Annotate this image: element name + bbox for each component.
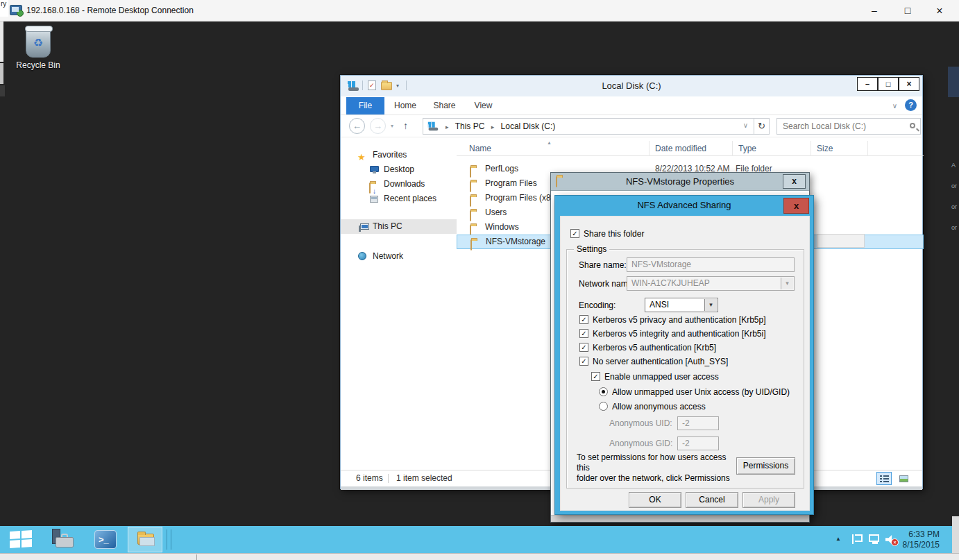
sidebar-label: Favorites: [373, 148, 407, 162]
explorer-close-button[interactable]: ×: [899, 77, 919, 91]
show-hidden-icons-chevron[interactable]: ▲: [835, 536, 841, 542]
sidebar-item-desktop[interactable]: Desktop: [341, 162, 457, 177]
taskbar-separator: [167, 529, 167, 550]
allow-unix-access-label: Allow unmapped user Unix access (by UID/…: [612, 387, 790, 397]
fragment-text: or: [951, 203, 957, 210]
explorer-titlebar[interactable]: ▾ Local Disk (C:) – □ ×: [341, 76, 922, 96]
breadcrumb-separator-icon: ▸: [487, 124, 499, 130]
ghost-input-fragment: [817, 234, 865, 248]
sidebar-label: Network: [373, 249, 403, 264]
start-button[interactable]: [10, 530, 32, 549]
background-window-fragment: [0, 22, 3, 62]
apply-button[interactable]: Apply: [742, 492, 795, 508]
anonymous-gid-input[interactable]: -2: [677, 436, 719, 450]
rdp-connection-icon: [10, 5, 22, 15]
details-view-button[interactable]: [876, 472, 892, 485]
search-input[interactable]: Search Local Disk (C:): [776, 118, 921, 135]
nfs-close-button[interactable]: x: [783, 198, 809, 214]
tab-view[interactable]: View: [467, 97, 500, 114]
tab-file[interactable]: File: [346, 97, 384, 114]
auth-sys-checkbox[interactable]: ✓: [579, 357, 588, 366]
fragment-text: or: [951, 224, 957, 231]
share-name-input[interactable]: NFS-VMstorage: [627, 257, 795, 272]
desktop-monitor-icon: [370, 166, 379, 172]
sidebar-item-this-pc[interactable]: This PC: [341, 219, 457, 234]
background-window-fragment: [0, 63, 3, 84]
krb5p-checkbox[interactable]: ✓: [579, 315, 588, 324]
share-this-folder-checkbox[interactable]: ✓: [570, 229, 579, 238]
recycle-symbol-icon: ♻: [26, 36, 50, 49]
breadcrumb-separator-icon: ▸: [441, 124, 453, 130]
breadcrumb-local-disk[interactable]: Local Disk (C:): [501, 121, 556, 131]
krb5-checkbox[interactable]: ✓: [579, 343, 588, 352]
rdp-titlebar: 192.168.0.168 - Remote Desktop Connectio…: [0, 0, 959, 22]
enable-unmapped-checkbox[interactable]: ✓: [591, 372, 600, 381]
network-tray-icon[interactable]: [869, 534, 879, 542]
taskbar-clock[interactable]: 6:33 PM 8/15/2015: [891, 529, 940, 550]
krb5i-checkbox[interactable]: ✓: [579, 329, 588, 338]
back-button[interactable]: ←: [349, 118, 365, 134]
action-center-flag-icon[interactable]: [852, 534, 859, 544]
ribbon-collapse-icon[interactable]: ∨: [892, 102, 897, 110]
column-header-date-modified[interactable]: Date modified: [650, 141, 733, 156]
cancel-button[interactable]: Cancel: [686, 492, 738, 508]
recycle-bin-shortcut[interactable]: ♻ Recycle Bin: [15, 27, 61, 77]
tab-home[interactable]: Home: [389, 97, 421, 114]
allow-unix-access-radio[interactable]: [599, 387, 608, 396]
status-divider: [388, 474, 389, 483]
sidebar-item-favorites[interactable]: ★ Favorites: [341, 148, 457, 162]
thumbnail-view-button[interactable]: [896, 472, 911, 485]
sidebar-item-recent-places[interactable]: Recent places: [341, 192, 457, 206]
explorer-minimize-button[interactable]: –: [857, 77, 878, 91]
column-header-size[interactable]: Size: [811, 141, 868, 156]
permissions-button[interactable]: Permissions: [736, 457, 795, 475]
anonymous-uid-input[interactable]: -2: [677, 416, 719, 430]
encoding-combobox[interactable]: ANSI ▾: [645, 298, 718, 312]
column-header-row: Name ▲ Date modified Type Size: [457, 141, 924, 156]
recent-locations-caret-icon[interactable]: ▾: [391, 123, 393, 129]
file-explorer-taskbar-button[interactable]: [128, 527, 162, 552]
column-header-name[interactable]: Name ▲: [457, 141, 650, 156]
sidebar-item-downloads[interactable]: ↓ Downloads: [341, 177, 457, 192]
recycle-bin-label: Recycle Bin: [15, 60, 61, 70]
auth-sys-label: No server authentication [Auth_SYS]: [593, 357, 728, 366]
tab-share[interactable]: Share: [426, 97, 463, 114]
anonymous-gid-label: Anonymous GID:: [609, 439, 672, 448]
file-name: Users: [485, 205, 507, 220]
refresh-button[interactable]: ↻: [754, 118, 770, 135]
sidebar-item-network[interactable]: Network: [341, 249, 457, 264]
settings-legend: Settings: [574, 244, 609, 254]
allow-anonymous-radio[interactable]: [599, 402, 608, 411]
address-history-icon[interactable]: ∨: [743, 121, 748, 129]
explorer-maximize-button[interactable]: □: [878, 77, 899, 91]
permissions-note: To set permissions for how users access …: [577, 452, 736, 484]
network-name-combobox[interactable]: WIN-A1C7KJUHEAP ▾: [627, 276, 795, 291]
dropdown-arrow-icon[interactable]: ▾: [781, 278, 793, 289]
rdp-minimize-button[interactable]: –: [859, 0, 890, 22]
file-name: Program Files (x86): [485, 191, 558, 205]
explorer-folder-icon: [137, 534, 154, 545]
rdp-close-button[interactable]: ×: [924, 0, 955, 22]
properties-close-button[interactable]: x: [783, 174, 806, 189]
krb5i-label: Kerberos v5 integrity and authentication…: [593, 329, 765, 339]
address-box[interactable]: ▸ This PC ▸ Local Disk (C:) ∨: [423, 118, 754, 135]
clock-date: 8/15/2015: [891, 540, 940, 550]
ok-button[interactable]: OK: [629, 492, 681, 508]
dropdown-arrow-icon[interactable]: ▾: [704, 299, 717, 311]
up-button[interactable]: ↑: [403, 120, 408, 131]
recycle-bin-icon: ♻: [26, 27, 51, 58]
enable-unmapped-label: Enable unmapped user access: [604, 372, 719, 382]
anonymous-uid-label: Anonymous UID:: [609, 418, 672, 428]
krb5-label: Kerberos v5 authentication [Krb5]: [593, 343, 716, 353]
server-manager-button[interactable]: [50, 529, 75, 550]
powershell-button[interactable]: >_: [94, 530, 117, 549]
rdp-maximize-button[interactable]: □: [892, 0, 923, 22]
column-header-type[interactable]: Type: [733, 141, 811, 156]
help-icon[interactable]: ?: [905, 99, 917, 111]
share-name-label: Share name:: [579, 260, 627, 270]
encoding-label: Encoding:: [579, 300, 616, 310]
breadcrumb-this-pc[interactable]: This PC: [455, 121, 485, 131]
properties-dialog-titlebar[interactable]: NFS-VMstorage Properties x: [551, 173, 809, 191]
file-name: PerfLogs: [485, 162, 518, 176]
forward-button[interactable]: →: [370, 118, 386, 134]
